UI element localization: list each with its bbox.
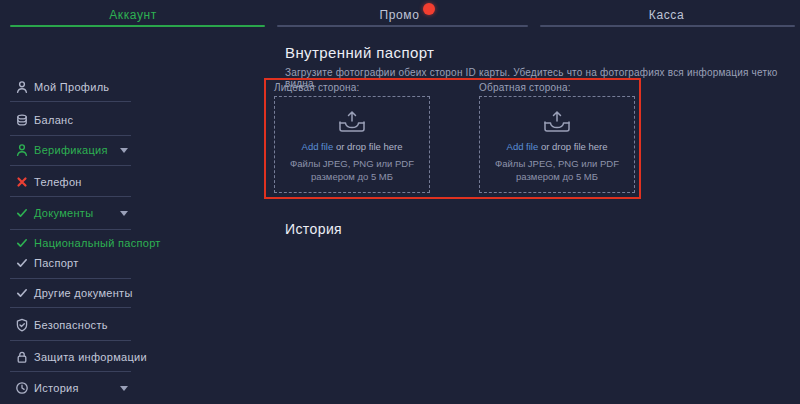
sidebar-item-security[interactable]: Безопасность [0, 315, 266, 335]
history-section-title: История [285, 221, 342, 237]
top-tabbar: Аккаунт Промо Касса [0, 0, 800, 30]
sidebar-item-label: Документы [34, 207, 93, 219]
front-side-dropzone[interactable]: Add file or drop file here Файлы JPEG, P… [274, 96, 430, 193]
sidebar: Мой Профиль Баланс Верификация [0, 30, 266, 404]
check-icon [15, 286, 29, 300]
chevron-down-icon[interactable] [120, 386, 128, 391]
tab-cashier-label: Касса [649, 8, 684, 22]
check-icon [15, 206, 29, 220]
account-page: Аккаунт Промо Касса Мой Профиль [0, 0, 800, 404]
divider [10, 278, 131, 279]
size-hint: размером до 5 МБ [516, 171, 598, 182]
size-hint: размером до 5 МБ [311, 171, 393, 182]
back-side-dropzone[interactable]: Add file or drop file here Файлы JPEG, P… [479, 96, 635, 193]
upload-tray-icon [337, 108, 367, 134]
sidebar-item-other-documents[interactable]: Другие документы [0, 283, 266, 303]
divider [10, 307, 131, 308]
sidebar-item-balance[interactable]: Баланс [0, 110, 266, 130]
sidebar-item-label: Мой Профиль [34, 81, 109, 93]
add-file-link[interactable]: Add file [302, 141, 334, 152]
add-file-link[interactable]: Add file [507, 141, 539, 152]
x-icon [15, 175, 29, 189]
divider [10, 371, 131, 372]
sidebar-item-documents[interactable]: Документы [0, 203, 266, 223]
shield-icon [15, 318, 29, 332]
check-icon [15, 256, 29, 270]
sidebar-item-label: История [34, 382, 79, 394]
sidebar-item-phone[interactable]: Телефон [0, 172, 266, 192]
add-file-line: Add file or drop file here [302, 141, 403, 152]
sidebar-item-label: Верификация [34, 144, 108, 156]
add-file-line: Add file or drop file here [507, 141, 608, 152]
coins-icon [15, 113, 29, 127]
drop-hint: or drop file here [333, 141, 402, 152]
lock-icon [15, 350, 29, 364]
divider [10, 165, 131, 166]
sidebar-item-passport[interactable]: Паспорт [0, 253, 266, 273]
tab-account-label: Аккаунт [109, 8, 157, 22]
sidebar-item-label: Телефон [34, 176, 82, 188]
tab-promo-label: Промо [380, 8, 420, 22]
back-side-label: Обратная сторона: [479, 82, 639, 93]
back-side-upload: Обратная сторона: Add file or drop file … [479, 82, 639, 193]
tab-cashier-underline [540, 25, 795, 27]
sidebar-item-label: Баланс [34, 114, 73, 126]
sidebar-item-history[interactable]: История [0, 378, 266, 398]
divider [10, 229, 131, 230]
divider [10, 196, 131, 197]
front-side-label: Лицевая сторона: [274, 82, 434, 93]
history-icon [15, 381, 29, 395]
check-icon [15, 236, 29, 250]
tab-account-underline-active [10, 25, 265, 27]
promo-notification-badge [423, 3, 435, 15]
sidebar-item-label: Национальный паспорт [34, 237, 161, 249]
user-icon [15, 80, 29, 94]
front-side-upload: Лицевая сторона: Add file or drop file h… [274, 82, 434, 193]
sidebar-item-verification[interactable]: Верификация [0, 140, 266, 160]
tab-promo-underline [277, 25, 528, 27]
drop-hint: or drop file here [538, 141, 607, 152]
user-icon [15, 143, 29, 157]
sidebar-item-label: Паспорт [34, 257, 79, 269]
upload-tray-icon [542, 108, 572, 134]
sidebar-item-label: Другие документы [34, 287, 133, 299]
sidebar-item-my-profile[interactable]: Мой Профиль [0, 77, 266, 97]
upload-highlight-region: Лицевая сторона: Add file or drop file h… [264, 78, 641, 199]
formats-hint: Файлы JPEG, PNG или PDF [495, 157, 619, 170]
sidebar-item-label: Безопасность [34, 319, 108, 331]
sidebar-item-label: Защита информации [34, 351, 147, 363]
sidebar-item-data-protection[interactable]: Защита информации [0, 347, 266, 367]
chevron-down-icon[interactable] [120, 211, 128, 216]
divider [10, 135, 131, 136]
chevron-down-icon[interactable] [120, 148, 128, 153]
section-title: Внутренний паспорт [285, 44, 434, 61]
formats-hint: Файлы JPEG, PNG или PDF [290, 157, 414, 170]
sidebar-item-national-passport[interactable]: Национальный паспорт [0, 233, 266, 253]
divider [10, 101, 131, 102]
divider [10, 340, 131, 341]
